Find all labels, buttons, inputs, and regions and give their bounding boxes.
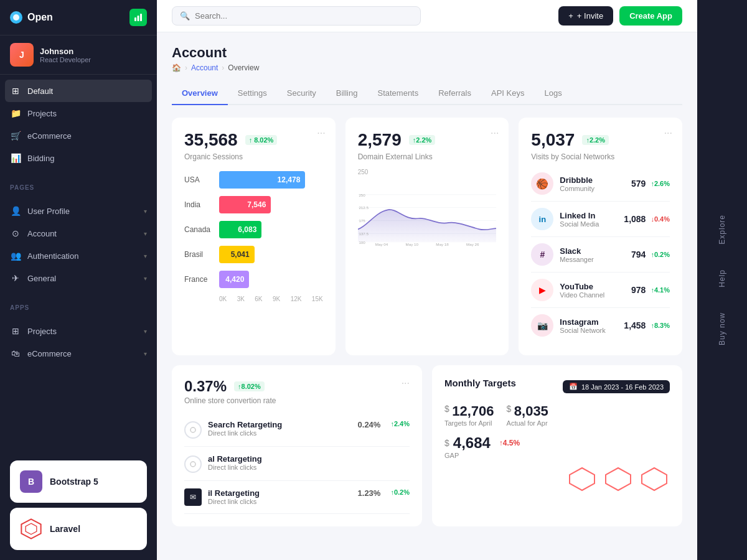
tab-logs[interactable]: Logs [534, 82, 571, 105]
actual-value: 8,035 [514, 403, 548, 419]
instagram-count: 1,458 [624, 320, 646, 330]
page-title: Account [172, 45, 682, 61]
svg-marker-22 [606, 468, 631, 490]
bar-outer-france: 4,420 [219, 271, 323, 288]
breadcrumb-account[interactable]: Account [191, 63, 218, 72]
search-icon: 🔍 [180, 11, 190, 21]
bootstrap-card: B Bootstrap 5 [10, 460, 147, 503]
user-name: Johnson [40, 47, 91, 56]
topbar-right: + + Invite Create App [558, 6, 682, 26]
sidebar-item-general[interactable]: ✈ General ▾ [0, 267, 157, 289]
linkedin-type: Social Media [560, 220, 599, 228]
sidebar: Open J Johnson React Developer ⊞ Default… [0, 0, 157, 560]
more-options-icon[interactable]: ··· [664, 128, 672, 139]
sidebar-analytics-icon[interactable] [129, 9, 147, 26]
general-icon: ✈ [10, 273, 21, 284]
sidebar-item-ecommerce-app[interactable]: 🛍 eCommerce ▾ [0, 342, 157, 365]
retargeting-name-3: il Retargeting [208, 488, 260, 498]
sidebar-item-user-profile[interactable]: 👤 User Profile ▾ [0, 200, 157, 222]
mini-chart-1 [566, 467, 598, 492]
retargeting-change-3: ↑0.2% [390, 488, 410, 496]
apps-section-label: APPS [0, 294, 157, 315]
organic-label: Organic Sessions [184, 152, 323, 161]
tab-billing[interactable]: Billing [326, 82, 368, 105]
tab-settings[interactable]: Settings [228, 82, 277, 105]
sidebar-item-account[interactable]: ⊙ Account ▾ [0, 222, 157, 245]
tab-security[interactable]: Security [277, 82, 326, 105]
create-app-button[interactable]: Create App [619, 6, 682, 26]
sidebar-item-ecommerce[interactable]: 🛒 eCommerce [0, 124, 157, 147]
organic-badge: ↑ 8.02% [245, 135, 278, 145]
bar-label-france: France [184, 275, 214, 284]
retargeting-item-1: Search Retargeting Direct link clicks 0.… [184, 413, 410, 447]
chevron-down-icon: ▾ [144, 230, 147, 237]
svg-marker-23 [642, 468, 667, 490]
sidebar-item-default[interactable]: ⊞ Default [5, 80, 152, 102]
help-label[interactable]: Help [718, 269, 726, 287]
dribbble-icon: 🏀 [536, 178, 548, 190]
date-range: 18 Jan 2023 - 16 Feb 2023 [581, 383, 664, 391]
invite-button[interactable]: + + Invite [558, 6, 613, 26]
social-label: Visits by Social Networks [531, 152, 670, 161]
retargeting-sub-1: Direct link clicks [208, 429, 282, 437]
svg-rect-1 [134, 17, 136, 21]
svg-text:May 26: May 26 [466, 242, 479, 246]
external-label: Domain External Links [358, 152, 497, 161]
svg-text:May 04: May 04 [375, 242, 388, 246]
youtube-info: YouTube Video Channel [560, 282, 604, 299]
sidebar-item-bidding[interactable]: 📊 Bidding [0, 147, 157, 169]
dribbble-type: Community [560, 185, 594, 192]
main-nav: ⊞ Default 📁 Projects 🛒 eCommerce 📊 Biddi… [0, 75, 157, 174]
sidebar-item-projects[interactable]: 📁 Projects [0, 102, 157, 124]
chevron-down-icon: ▾ [144, 328, 147, 335]
linkedin-logo: in [531, 208, 553, 230]
user-role: React Developer [40, 56, 91, 63]
social-item-linkedin: in Linked In Social Media 1,088 ↓0.4% [531, 202, 670, 237]
tab-statements[interactable]: Statements [367, 82, 428, 105]
page-header: Account 🏠 › Account › Overview [172, 45, 682, 72]
retargeting-sub-2: Direct link clicks [208, 464, 262, 471]
explore-label[interactable]: Explore [718, 215, 726, 245]
instagram-change: ↑8.3% [651, 322, 670, 329]
linkedin-icon: in [539, 215, 547, 224]
breadcrumb: 🏠 › Account › Overview [172, 63, 682, 72]
svg-text:May 10: May 10 [405, 242, 418, 246]
bar-row-france: France 4,420 [184, 271, 323, 288]
more-options-icon[interactable]: ··· [317, 128, 325, 139]
instagram-info: Instagram Social Network [560, 317, 605, 334]
svg-marker-5 [26, 523, 37, 534]
bar-axis: 0K 3K 6K 9K 12K 15K [184, 296, 323, 302]
linkedin-change: ↓0.4% [651, 215, 670, 223]
line-chart-container: 250 [358, 169, 497, 261]
tab-api-keys[interactable]: API Keys [481, 82, 534, 105]
sidebar-bottom: B Bootstrap 5 Laravel [0, 450, 157, 560]
avatar: J [10, 43, 34, 67]
more-options-icon[interactable]: ··· [491, 128, 499, 139]
search-input[interactable] [195, 11, 413, 21]
bar-outer-canada: 6,083 [219, 221, 323, 238]
y-250: 250 [358, 169, 369, 175]
home-icon[interactable]: 🏠 [172, 63, 181, 72]
sidebar-item-projects-app[interactable]: ⊞ Projects ▾ [0, 320, 157, 342]
retargeting-item-3: ✉ il Retargeting Direct link clicks 1.23… [184, 481, 410, 514]
grid-icon: ⊞ [10, 85, 21, 96]
tab-overview[interactable]: Overview [172, 82, 228, 105]
instagram-type: Social Network [560, 327, 605, 334]
gap-label: GAP [444, 452, 670, 459]
svg-point-19 [190, 427, 195, 432]
bar-chart: USA 12,478 India 7,546 Canada [184, 171, 323, 302]
social-item-dribbble: 🏀 Dribbble Community 579 ↑2.6% [531, 166, 670, 202]
svg-text:137.5: 137.5 [359, 231, 369, 236]
social-list: 🏀 Dribbble Community 579 ↑2.6% in [531, 166, 670, 343]
sidebar-item-authentication[interactable]: 👥 Authentication ▾ [0, 245, 157, 267]
svg-text:May 18: May 18 [436, 242, 449, 246]
axis-6k: 6K [255, 296, 262, 302]
more-options-icon[interactable]: ··· [402, 378, 410, 389]
dribbble-name: Dribbble [560, 175, 594, 185]
buy-now-label[interactable]: Buy now [718, 312, 726, 345]
bar-inner-canada: 6,083 [219, 221, 261, 238]
tab-referrals[interactable]: Referrals [428, 82, 481, 105]
axis-0k: 0K [219, 296, 227, 302]
youtube-logo: ▶ [531, 279, 553, 301]
logo[interactable]: Open [10, 11, 53, 24]
